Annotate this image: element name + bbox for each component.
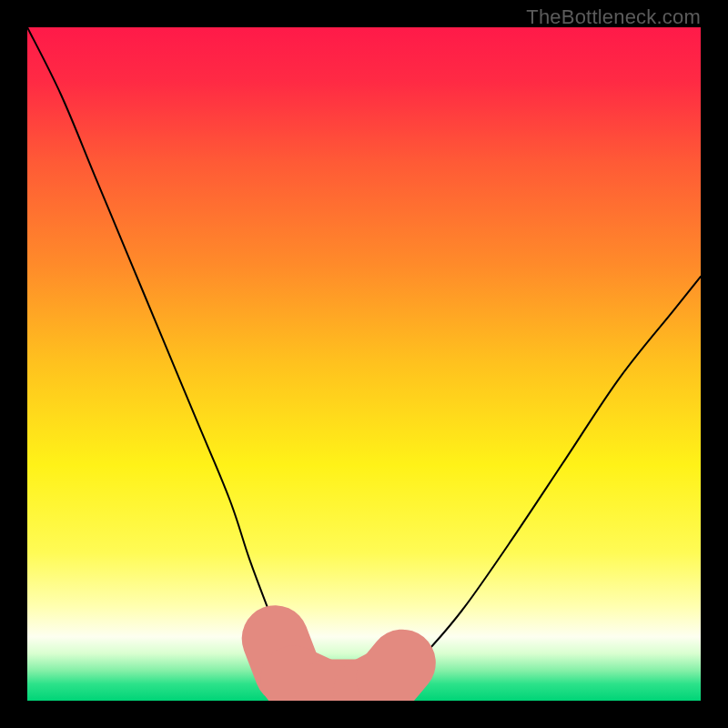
chart-frame: TheBottleneck.com	[0, 0, 728, 728]
watermark-text: TheBottleneck.com	[526, 5, 701, 29]
optimal-range-segment	[389, 662, 402, 678]
chart-background	[27, 27, 701, 701]
chart-svg	[27, 27, 701, 701]
plot-area	[27, 27, 701, 701]
